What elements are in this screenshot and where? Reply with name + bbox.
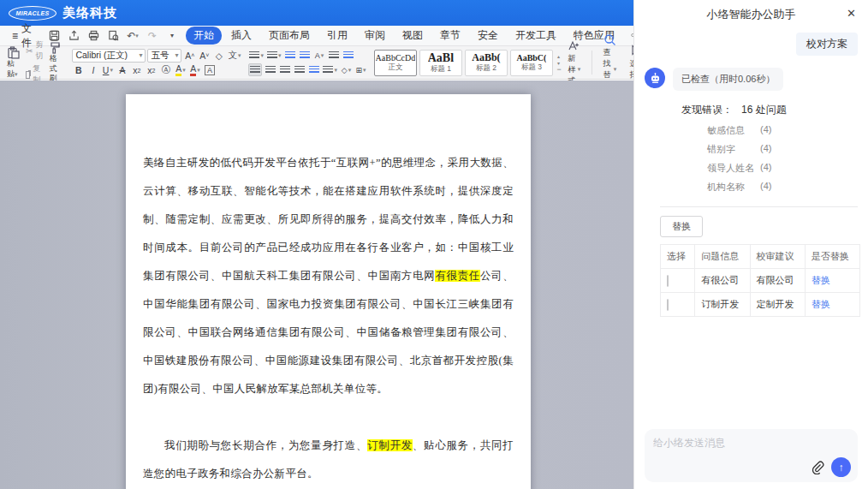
line-spacing-button[interactable]: ▾	[322, 63, 338, 76]
category-sensitive-info: 敏感信息(4)	[707, 121, 868, 140]
suggestion-cell: 有限公司	[750, 269, 805, 293]
print-preview-icon[interactable]	[106, 29, 120, 43]
replace-all-button[interactable]: 替换	[660, 216, 703, 237]
table-row: 订制开发 定制开发 替换	[661, 293, 860, 317]
tab-insert[interactable]: 插入	[223, 27, 259, 45]
brand-name: 美络科技	[62, 5, 117, 21]
menu-bar: ≡ 文件 ↶▾ ↷ ▾	[0, 26, 633, 46]
tab-security[interactable]: 安全	[470, 27, 506, 45]
pinyin-guide-button[interactable]: 文▾	[227, 49, 241, 62]
assistant-panel: 小络智能办公助手 ✕ 校对方案 已检查（用时0.06秒） 发现错误： 16 处问…	[633, 0, 868, 489]
distribute-button[interactable]	[307, 63, 320, 76]
quick-access-toolbar: ↶▾ ↷ ▾	[47, 29, 179, 43]
subscript-button[interactable]: x2	[145, 64, 158, 77]
category-typos: 错别字(4)	[707, 140, 868, 158]
shading-button[interactable]: ◇▾	[340, 63, 353, 76]
chat-input[interactable]	[653, 436, 849, 458]
font-size-select[interactable]: 五号▾	[147, 49, 181, 63]
table-header-row: 选择 问题信息 校审建议 是否替换	[661, 245, 860, 269]
enclose-character-button[interactable]: Ⓐ	[159, 64, 172, 77]
document-page[interactable]: 美络自主研发的低代码开发平台依托于“互联网+”的思维理念，采用大数据、云计算、移…	[126, 94, 531, 489]
decrease-indent-button[interactable]	[283, 49, 296, 62]
italic-button[interactable]: I	[86, 64, 99, 77]
row-checkbox[interactable]	[667, 299, 669, 311]
copy-icon	[26, 71, 30, 79]
export-icon[interactable]	[67, 29, 80, 43]
increase-indent-button[interactable]	[298, 49, 311, 62]
shrink-font-button[interactable]: A˅	[198, 49, 211, 62]
numbered-list-button[interactable]: ▾	[266, 49, 282, 62]
replace-link[interactable]: 替换	[812, 275, 830, 285]
tab-references[interactable]: 引用	[319, 27, 355, 45]
superscript-button[interactable]: x2	[130, 64, 143, 77]
underline-button[interactable]: U▾	[101, 64, 114, 77]
chat-input-box: ↑	[645, 429, 858, 482]
document-workspace: 美络自主研发的低代码开发平台依托于“互联网+”的思维理念，采用大数据、云计算、移…	[0, 81, 633, 489]
send-button[interactable]: ↑	[831, 457, 851, 477]
bold-button[interactable]: B	[72, 64, 85, 77]
style-heading2[interactable]: AaBb(标题 2	[465, 50, 508, 76]
cut-button[interactable]: ✂ 剪切	[26, 39, 43, 62]
tab-view[interactable]: 视图	[395, 27, 431, 45]
show-marks-button[interactable]	[342, 49, 354, 62]
style-heading3[interactable]: AaBbC(标题 3	[510, 50, 553, 76]
paste-icon	[7, 46, 20, 59]
undo-icon[interactable]: ↶▾	[126, 29, 140, 43]
ribbon-toolbar: 粘贴▾ ✂ 剪切 复制 格式刷	[0, 46, 633, 80]
character-border-button[interactable]: A	[203, 64, 216, 77]
col-issue: 问题信息	[695, 245, 750, 269]
tab-page-layout[interactable]: 页面布局	[261, 27, 318, 45]
justify-button[interactable]	[293, 63, 306, 76]
issue-cell: 有很公司	[695, 269, 750, 293]
titlebar: MIRACLES 美络科技	[0, 0, 633, 26]
attachment-icon[interactable]	[811, 461, 824, 474]
replace-button-row: 替换	[634, 207, 868, 244]
errors-label: 发现错误：	[681, 103, 733, 117]
ribbon-tabs: 开始 插入 页面布局 引用 审阅 视图 章节 安全 开发工具 特色应用	[186, 27, 622, 45]
suggestion-cell: 定制开发	[750, 293, 805, 317]
new-style-icon	[568, 39, 580, 52]
format-painter-button[interactable]: 格式刷	[45, 40, 65, 85]
bullet-list-button[interactable]: ▾	[248, 49, 265, 62]
style-normal[interactable]: AaBbCcDd正文	[374, 50, 417, 76]
document-text: 美络自主研发的低代码开发平台依托于“互联网+”的思维理念，采用大数据、云计算、移…	[126, 94, 531, 489]
clear-format-button[interactable]: ◇	[212, 49, 225, 62]
tab-review[interactable]: 审阅	[357, 27, 393, 45]
format-painter-icon	[49, 41, 62, 54]
proofread-plan-button[interactable]: 校对方案	[796, 33, 858, 56]
chat-actions: ↑	[811, 457, 851, 477]
styles-scrollbar[interactable]: ▴▾═	[556, 53, 562, 72]
category-leader-names: 领导人姓名(4)	[707, 158, 868, 177]
style-heading1[interactable]: AaBl标题 1	[419, 50, 462, 76]
row-checkbox[interactable]	[667, 275, 669, 287]
word-processor: MIRACLES 美络科技 ≡ 文件	[0, 0, 633, 489]
align-center-button[interactable]	[264, 63, 276, 76]
print-icon[interactable]	[86, 29, 100, 43]
font-color-button[interactable]: A▾	[188, 64, 201, 77]
customize-toolbar-icon[interactable]: ▾	[165, 29, 179, 43]
align-right-button[interactable]	[278, 63, 291, 76]
align-left-button[interactable]	[248, 63, 262, 76]
font-group: Calibri (正文)▾ 五号▾ A˄ A˅ ◇ 文▾ B I U▾	[72, 48, 241, 77]
tab-section[interactable]: 章节	[432, 27, 468, 45]
redo-icon[interactable]: ↷	[146, 29, 159, 43]
new-style-button[interactable]: 新样式▾	[562, 39, 586, 86]
borders-button[interactable]: ⊞▾	[354, 63, 367, 76]
tab-home[interactable]: 开始	[186, 27, 222, 45]
replace-link[interactable]: 替换	[812, 299, 830, 309]
text-direction-button[interactable]: A▾	[312, 49, 325, 62]
tab-dev-tools[interactable]: 开发工具	[508, 27, 564, 45]
font-name-select[interactable]: Calibri (正文)▾	[72, 49, 146, 63]
app-window: MIRACLES 美络科技 ≡ 文件	[0, 0, 868, 489]
sort-button[interactable]	[327, 49, 340, 62]
close-icon[interactable]: ✕	[847, 7, 856, 20]
highlighted-error-2[interactable]: 订制开发	[367, 439, 413, 451]
strikethrough-button[interactable]: A	[116, 64, 128, 77]
grow-font-button[interactable]: A˄	[183, 49, 196, 62]
paragraph-2: 我们期盼与您长期合作，为您量身打造、订制开发、贴心服务，共同打造您的电子政务和综…	[143, 432, 514, 488]
clipboard-group: 粘贴▾ ✂ 剪切 复制 格式刷	[3, 48, 65, 77]
highlight-color-button[interactable]: A▾	[174, 64, 187, 77]
paste-button[interactable]: 粘贴▾	[3, 45, 23, 80]
highlighted-error-1[interactable]: 有很责任	[435, 270, 480, 282]
table-row: 有很公司 有限公司 替换	[661, 269, 860, 293]
